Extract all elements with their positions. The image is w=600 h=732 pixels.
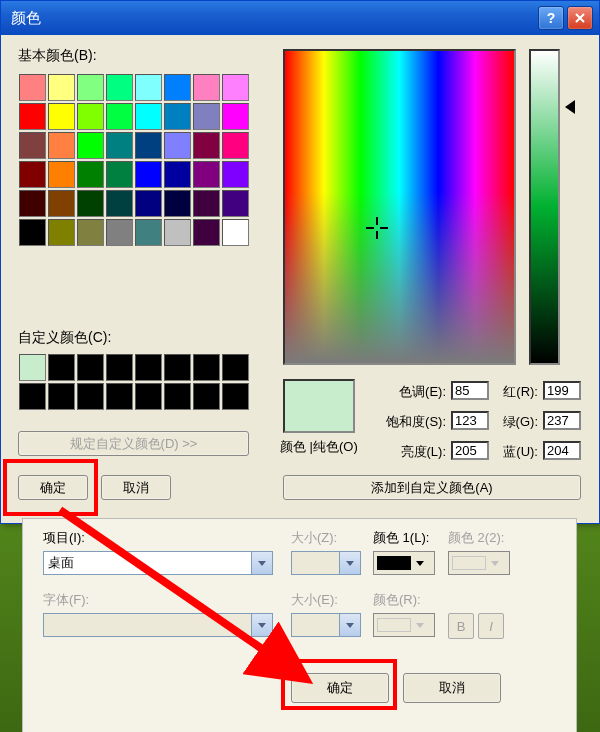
color-swatch[interactable] <box>193 219 220 246</box>
color-swatch[interactable] <box>19 103 46 130</box>
size-combobox <box>291 551 361 575</box>
green-input[interactable]: 237 <box>543 411 581 430</box>
bottom-cancel-button[interactable]: 取消 <box>403 673 501 703</box>
luminosity-arrow-icon[interactable] <box>565 100 575 114</box>
chevron-down-icon <box>251 552 272 574</box>
color-swatch[interactable] <box>106 354 133 381</box>
crosshair-icon <box>370 221 384 235</box>
color-swatch[interactable] <box>222 190 249 217</box>
color-swatch[interactable] <box>222 354 249 381</box>
color-swatch[interactable] <box>222 132 249 159</box>
color-swatch[interactable] <box>106 132 133 159</box>
color-swatch[interactable] <box>48 383 75 410</box>
color-swatch[interactable] <box>19 383 46 410</box>
color-swatch[interactable] <box>193 190 220 217</box>
color-swatch[interactable] <box>77 354 104 381</box>
color-swatch[interactable] <box>48 354 75 381</box>
blue-input[interactable]: 204 <box>543 441 581 460</box>
color-swatch[interactable] <box>164 103 191 130</box>
color-swatch[interactable] <box>77 161 104 188</box>
color-swatch[interactable] <box>135 190 162 217</box>
hue-input[interactable]: 85 <box>451 381 489 400</box>
color-swatch[interactable] <box>164 132 191 159</box>
color-swatch[interactable] <box>106 383 133 410</box>
colorR-label: 颜色(R): <box>373 591 421 609</box>
color-swatch[interactable] <box>106 190 133 217</box>
color-swatch[interactable] <box>19 132 46 159</box>
color-swatch[interactable] <box>193 383 220 410</box>
color-swatch[interactable] <box>164 383 191 410</box>
cancel-button[interactable]: 取消 <box>101 475 171 500</box>
titlebar[interactable]: 颜色 ? <box>1 1 599 35</box>
color-swatch[interactable] <box>193 132 220 159</box>
color-swatch[interactable] <box>135 161 162 188</box>
color-swatch[interactable] <box>106 161 133 188</box>
color-swatch[interactable] <box>48 161 75 188</box>
lum-input[interactable]: 205 <box>451 441 489 460</box>
color-swatch[interactable] <box>193 103 220 130</box>
color-swatch[interactable] <box>106 74 133 101</box>
color-swatch[interactable] <box>222 383 249 410</box>
define-custom-button[interactable]: 规定自定义颜色(D) >> <box>18 431 249 456</box>
dialog-body: 基本颜色(B): 自定义颜色(C): 规定自定义颜色(D) >> 确定 取消 颜… <box>1 35 599 521</box>
color-swatch[interactable] <box>135 103 162 130</box>
italic-button: I <box>478 613 504 639</box>
chevron-down-icon <box>251 614 272 636</box>
ok-button[interactable]: 确定 <box>18 475 88 500</box>
color-gradient-picker[interactable] <box>283 49 516 365</box>
color-swatch[interactable] <box>77 383 104 410</box>
close-button[interactable] <box>567 6 593 30</box>
sat-input[interactable]: 123 <box>451 411 489 430</box>
item-combobox[interactable]: 桌面 <box>43 551 273 575</box>
color-swatch[interactable] <box>164 190 191 217</box>
font-label: 字体(F): <box>43 591 89 609</box>
help-button[interactable]: ? <box>538 6 564 30</box>
color-swatch[interactable] <box>222 103 249 130</box>
size2-combobox <box>291 613 361 637</box>
red-input[interactable]: 199 <box>543 381 581 400</box>
color-swatch[interactable] <box>48 132 75 159</box>
color-swatch[interactable] <box>164 161 191 188</box>
color-swatch[interactable] <box>106 103 133 130</box>
color-swatch[interactable] <box>135 383 162 410</box>
color-swatch[interactable] <box>193 161 220 188</box>
color-swatch[interactable] <box>77 190 104 217</box>
color-swatch[interactable] <box>164 354 191 381</box>
font-color-swatch <box>377 618 411 632</box>
color-swatch[interactable] <box>19 74 46 101</box>
color-swatch[interactable] <box>135 132 162 159</box>
color-swatch[interactable] <box>193 74 220 101</box>
color-swatch[interactable] <box>135 74 162 101</box>
luminosity-bar[interactable] <box>529 49 560 365</box>
color-swatch[interactable] <box>164 219 191 246</box>
color-swatch[interactable] <box>48 219 75 246</box>
color-swatch[interactable] <box>77 103 104 130</box>
color-swatch[interactable] <box>77 74 104 101</box>
color-dialog: 颜色 ? 基本颜色(B): 自定义颜色(C): 规定自定义颜色(D) >> 确定… <box>0 0 600 524</box>
color-swatch[interactable] <box>48 103 75 130</box>
color-swatch[interactable] <box>193 354 220 381</box>
color-swatch[interactable] <box>135 354 162 381</box>
sat-label: 饱和度(S): <box>374 413 446 431</box>
color-swatch[interactable] <box>77 219 104 246</box>
color-swatch[interactable] <box>48 74 75 101</box>
color-swatch[interactable] <box>19 219 46 246</box>
color-swatch[interactable] <box>222 161 249 188</box>
color-swatch[interactable] <box>222 74 249 101</box>
color-swatch[interactable] <box>106 219 133 246</box>
color-swatch[interactable] <box>222 219 249 246</box>
bottom-ok-button[interactable]: 确定 <box>291 673 389 703</box>
color-swatch[interactable] <box>48 190 75 217</box>
color-swatch[interactable] <box>164 74 191 101</box>
green-label: 绿(G): <box>494 413 538 431</box>
font-color-picker <box>373 613 435 637</box>
color1-picker[interactable] <box>373 551 435 575</box>
color-swatch[interactable] <box>19 354 46 381</box>
color-swatch[interactable] <box>135 219 162 246</box>
color-swatch[interactable] <box>77 132 104 159</box>
color2-swatch <box>452 556 486 570</box>
add-to-custom-button[interactable]: 添加到自定义颜色(A) <box>283 475 581 500</box>
color-swatch[interactable] <box>19 190 46 217</box>
item-label: 项目(I): <box>43 529 85 547</box>
color-swatch[interactable] <box>19 161 46 188</box>
